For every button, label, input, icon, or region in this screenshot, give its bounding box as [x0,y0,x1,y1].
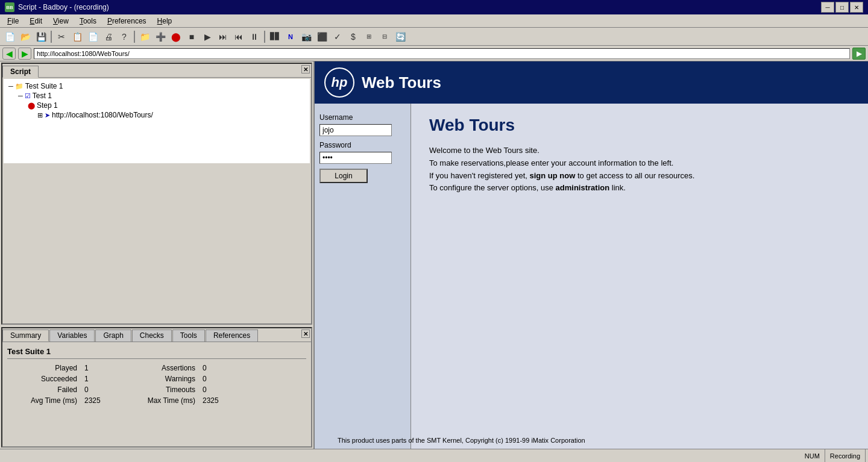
new-btn[interactable]: 📄 [2,30,17,43]
tree-view: ─ 📁 Test Suite 1 ─ ☑ Test 1 ⬤ Step 1 ⊞ [4,79,310,163]
save-btn[interactable]: 💾 [34,30,48,43]
record-btn[interactable]: ⬤ [169,30,183,43]
pause-btn[interactable]: ⏸ [247,30,262,43]
tree-item-testsuite1[interactable]: ─ 📁 Test Suite 1 [6,81,307,91]
play-btn[interactable]: ▶ [200,30,215,43]
bottom-panel: ✕ Summary Variables Graph Checks Tools R… [1,327,312,448]
bottom-panel-close[interactable]: ✕ [301,329,310,338]
summary-grid: Played 1 Assertions 0 Succeeded 1 Warnin… [7,364,306,405]
tab-summary[interactable]: Summary [2,329,49,342]
tree-label-url: http://localhost:1080/WebTours/ [52,111,153,119]
sep1 [51,31,52,43]
script-panel: ✕ Script ─ 📁 Test Suite 1 ─ ☑ Test 1 [1,63,312,325]
value-maxtime: 2325 [203,396,233,405]
minimize-button[interactable]: ─ [821,2,834,13]
folder-icon: 📁 [15,83,24,90]
expand-icon2: ─ [18,92,23,99]
tab-script[interactable]: Script [2,66,39,78]
label-assertions: Assertions [119,364,198,372]
webtours-title: Web Tours [362,73,441,92]
webtours-main: Web Tours Welcome to the Web Tours site.… [411,104,868,449]
rewind-btn[interactable]: ⏮ [231,30,246,43]
camera-btn[interactable]: 📷 [299,30,313,43]
menu-file[interactable]: File [2,16,24,27]
main-line4-pre: To configure the server options, use [429,183,556,192]
webtours-body: Username Password Login Web Tours Welcom… [315,104,868,449]
sep2 [134,31,135,43]
forward-button[interactable]: ▶ [18,48,31,60]
window-controls: ─ □ ✕ [821,2,863,13]
back-button[interactable]: ◀ [2,48,16,60]
tree-label-step1: Step 1 [37,101,58,110]
script-panel-close[interactable]: ✕ [301,65,310,73]
menu-view[interactable]: View [48,16,74,27]
value-failed: 0 [84,386,115,394]
value-timeouts: 0 [203,386,233,394]
hp-logo-text: hp [332,75,348,90]
toolbar: 📄 📂 💾 ✂ 📋 📄 🖨 ? 📁 ➕ ⬤ ■ ▶ ⏭ ⏮ ⏸ ▊▊ N 📷 ⬛… [0,28,868,46]
menu-bar: File Edit View Tools Preferences Help [0,14,868,28]
main-layout: ✕ Script ─ 📁 Test Suite 1 ─ ☑ Test 1 [0,61,868,449]
tab-variables[interactable]: Variables [49,329,95,342]
address-input[interactable] [34,48,850,59]
help-btn[interactable]: ? [117,30,131,43]
close-button[interactable]: ✕ [850,2,863,13]
tree-label-testsuite1: Test Suite 1 [25,82,63,90]
tree-item-test1[interactable]: ─ ☑ Test 1 [6,91,307,101]
tree-item-url[interactable]: ⊞ ➤ http://localhost:1080/WebTours/ [6,110,307,120]
main-line4: To configure the server options, use adm… [429,182,850,195]
value-warnings: 0 [203,375,233,383]
menu-preferences[interactable]: Preferences [102,16,151,27]
script-tab-bar: Script [2,64,311,78]
chart-btn[interactable]: ▊▊ [268,30,282,43]
n-btn[interactable]: N [283,30,298,43]
summary-content: Test Suite 1 Played 1 Assertions 0 Succe… [2,342,311,410]
check-btn[interactable]: ✓ [330,30,345,43]
black-btn[interactable]: ⬛ [315,30,329,43]
tree-item-step1[interactable]: ⬤ Step 1 [6,101,307,110]
open-btn[interactable]: 📂 [18,30,33,43]
grid1-btn[interactable]: ⊞ [362,30,376,43]
go-button[interactable]: ▶ [852,48,866,60]
add-btn[interactable]: 📁 [137,30,152,43]
label-timeouts: Timeouts [119,386,198,394]
add2-btn[interactable]: ➕ [153,30,168,43]
fastforward-btn[interactable]: ⏭ [216,30,230,43]
bottom-tab-bar: Summary Variables Graph Checks Tools Ref… [2,328,311,342]
paste-btn[interactable]: 📄 [86,30,100,43]
webtours-main-title: Web Tours [429,116,850,135]
maximize-button[interactable]: □ [835,2,849,13]
login-button[interactable]: Login [319,169,368,183]
menu-edit[interactable]: Edit [25,16,47,27]
menu-help[interactable]: Help [153,16,177,27]
password-input[interactable] [319,152,392,164]
address-bar: ◀ ▶ ▶ [0,46,868,61]
username-label: Username [319,113,406,122]
signup-link[interactable]: sign up now [530,171,576,180]
admin-link[interactable]: administration [556,183,610,192]
main-line4-post: link. [609,183,626,192]
print-btn[interactable]: 🖨 [101,30,116,43]
main-line2: To make reservations,please enter your a… [429,157,850,170]
value-avgtime: 2325 [84,396,115,405]
tab-references[interactable]: References [206,329,258,342]
main-line3-pre: If you haven't registered yet, [429,171,530,180]
menu-tools[interactable]: Tools [75,16,101,27]
label-avgtime: Avg Time (ms) [7,396,80,405]
tab-graph[interactable]: Graph [95,329,131,342]
title-bar: BB Script - Badboy - (recording) ─ □ ✕ [0,0,868,14]
username-input[interactable] [319,124,392,136]
hp-logo: hp [324,67,354,98]
dollar-btn[interactable]: $ [346,30,360,43]
tab-checks[interactable]: Checks [132,329,172,342]
copy-btn[interactable]: 📋 [70,30,84,43]
stop-btn[interactable]: ■ [184,30,199,43]
grid2-btn[interactable]: ⊟ [377,30,392,43]
cut-btn[interactable]: ✂ [54,30,69,43]
expand-icon: ─ [8,83,13,90]
refresh-btn[interactable]: 🔄 [393,30,407,43]
app-icon: BB [5,2,14,12]
summary-title: Test Suite 1 [7,347,306,359]
tab-tools[interactable]: Tools [172,329,205,342]
expand-icon3: ⊞ [37,111,43,119]
